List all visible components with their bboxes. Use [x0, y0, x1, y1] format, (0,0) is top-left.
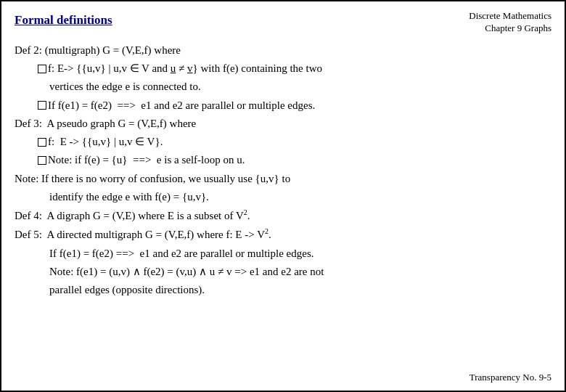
- def2-title: Def 2: (multigraph) G = (V,E,f) where: [15, 42, 551, 59]
- def3-note: Note: if f(e) = {u} ==> e is a self-loop…: [15, 152, 551, 168]
- checkbox-icon: [38, 65, 46, 73]
- def5-title: Def 5: A directed multigraph G = (V,E,f)…: [15, 226, 551, 243]
- section-title: Formal definitions: [15, 10, 112, 28]
- checkbox-icon-4: [38, 156, 46, 165]
- checkbox-icon-3: [38, 138, 46, 147]
- def3-title: Def 3: A pseudo graph G = (V,E,f) where: [15, 115, 551, 132]
- course-info: Discrete Mathematics Chapter 9 Graphs: [469, 10, 551, 35]
- transparency-label: Transparency No. 9-5: [469, 372, 551, 383]
- chapter-name: Chapter 9 Graphs: [469, 23, 551, 35]
- footer: Transparency No. 9-5: [469, 372, 551, 383]
- slide: Formal definitions Discrete Mathematics …: [0, 0, 566, 392]
- def5-if: If f(e1) = f(e2) ==> e1 and e2 are paral…: [15, 245, 551, 262]
- def5-note-line2: parallel edges (opposite directions).: [15, 282, 551, 298]
- def2-f-line1: f: E-> {{u,v} | u,v ∈ V and u ≠ v} with …: [15, 60, 551, 77]
- course-name: Discrete Mathematics: [469, 10, 551, 23]
- def2-if: If f(e1) = f(e2) ==> e1 and e2 are paral…: [15, 97, 551, 114]
- header: Formal definitions Discrete Mathematics …: [15, 10, 551, 35]
- def4: Def 4: A digraph G = (V,E) where E is a …: [15, 207, 551, 224]
- checkbox-icon-2: [38, 101, 46, 110]
- def2-f-line2: vertices the edge e is connected to.: [15, 78, 551, 95]
- note1-line1: Note: If there is no worry of confusion,…: [15, 171, 551, 187]
- def5-note-line1: Note: f(e1) = (u,v) ∧ f(e2) = (v,u) ∧ u …: [15, 264, 551, 280]
- content-area: Def 2: (multigraph) G = (V,E,f) where f:…: [15, 42, 551, 299]
- note1-line2: identify the edge e with f(e) = {u,v}.: [15, 189, 551, 205]
- def3-f: f: E -> {{u,v} | u,v ∈ V}.: [15, 134, 551, 150]
